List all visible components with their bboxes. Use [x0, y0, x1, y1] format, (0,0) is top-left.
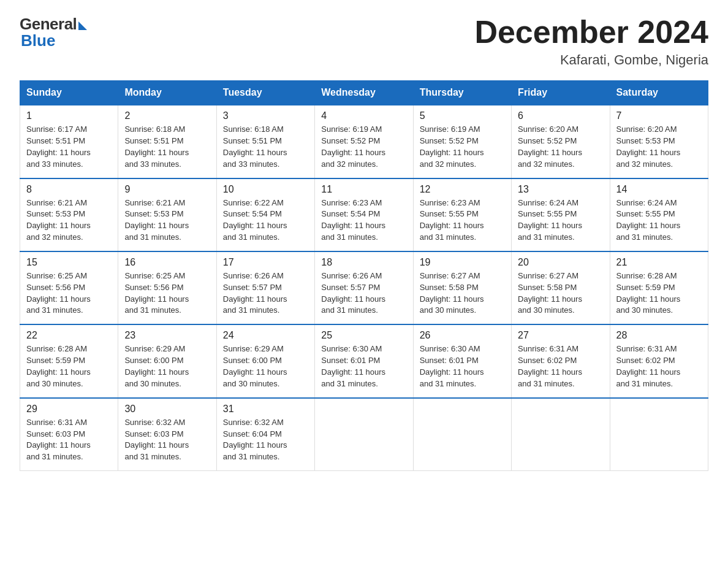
cell-info: Sunrise: 6:18 AM Sunset: 5:51 PM Dayligh…	[124, 124, 210, 170]
day-number: 18	[321, 257, 406, 268]
cell-info: Sunrise: 6:29 AM Sunset: 6:00 PM Dayligh…	[223, 343, 308, 389]
weekday-header-tuesday: Tuesday	[216, 81, 314, 105]
calendar-cell: 14 Sunrise: 6:24 AM Sunset: 5:55 PM Dayl…	[610, 178, 708, 251]
day-number: 27	[518, 330, 603, 341]
calendar-cell: 24 Sunrise: 6:29 AM Sunset: 6:00 PM Dayl…	[216, 324, 314, 397]
day-number: 22	[26, 330, 112, 341]
calendar-cell: 31 Sunrise: 6:32 AM Sunset: 6:04 PM Dayl…	[216, 398, 314, 471]
day-number: 15	[26, 257, 112, 268]
cell-info: Sunrise: 6:26 AM Sunset: 5:57 PM Dayligh…	[321, 270, 406, 316]
day-number: 28	[616, 330, 702, 341]
cell-info: Sunrise: 6:31 AM Sunset: 6:02 PM Dayligh…	[518, 343, 603, 389]
weekday-header-saturday: Saturday	[610, 81, 708, 105]
day-number: 25	[321, 330, 406, 341]
day-number: 6	[518, 110, 603, 121]
page-header: General Blue December 2024 Kafarati, Gom…	[20, 15, 708, 68]
cell-info: Sunrise: 6:31 AM Sunset: 6:03 PM Dayligh…	[26, 417, 112, 463]
location-title: Kafarati, Gombe, Nigeria	[474, 52, 708, 68]
day-number: 1	[26, 110, 112, 121]
cell-info: Sunrise: 6:28 AM Sunset: 5:59 PM Dayligh…	[26, 343, 112, 389]
calendar-cell: 20 Sunrise: 6:27 AM Sunset: 5:58 PM Dayl…	[512, 251, 610, 324]
logo-blue-text: Blue	[20, 31, 55, 50]
calendar-cell: 9 Sunrise: 6:21 AM Sunset: 5:53 PM Dayli…	[118, 178, 216, 251]
cell-info: Sunrise: 6:32 AM Sunset: 6:03 PM Dayligh…	[124, 417, 210, 463]
calendar-cell	[315, 398, 413, 471]
cell-info: Sunrise: 6:26 AM Sunset: 5:57 PM Dayligh…	[223, 270, 308, 316]
calendar-cell: 17 Sunrise: 6:26 AM Sunset: 5:57 PM Dayl…	[216, 251, 314, 324]
day-number: 31	[223, 404, 308, 415]
cell-info: Sunrise: 6:22 AM Sunset: 5:54 PM Dayligh…	[223, 197, 308, 243]
weekday-header-row: SundayMondayTuesdayWednesdayThursdayFrid…	[20, 81, 708, 105]
cell-info: Sunrise: 6:17 AM Sunset: 5:51 PM Dayligh…	[26, 124, 112, 170]
cell-info: Sunrise: 6:21 AM Sunset: 5:53 PM Dayligh…	[26, 197, 112, 243]
calendar-cell: 8 Sunrise: 6:21 AM Sunset: 5:53 PM Dayli…	[20, 178, 118, 251]
calendar-cell	[610, 398, 708, 471]
calendar-cell	[413, 398, 511, 471]
calendar-cell: 10 Sunrise: 6:22 AM Sunset: 5:54 PM Dayl…	[216, 178, 314, 251]
day-number: 8	[26, 184, 112, 195]
cell-info: Sunrise: 6:30 AM Sunset: 6:01 PM Dayligh…	[420, 343, 505, 389]
week-row-3: 15 Sunrise: 6:25 AM Sunset: 5:56 PM Dayl…	[20, 251, 708, 324]
week-row-2: 8 Sunrise: 6:21 AM Sunset: 5:53 PM Dayli…	[20, 178, 708, 251]
calendar-cell: 1 Sunrise: 6:17 AM Sunset: 5:51 PM Dayli…	[20, 105, 118, 178]
calendar-cell: 19 Sunrise: 6:27 AM Sunset: 5:58 PM Dayl…	[413, 251, 511, 324]
day-number: 5	[420, 110, 505, 121]
title-section: December 2024 Kafarati, Gombe, Nigeria	[474, 15, 708, 68]
day-number: 10	[223, 184, 308, 195]
day-number: 7	[616, 110, 702, 121]
day-number: 9	[124, 184, 210, 195]
day-number: 17	[223, 257, 308, 268]
day-number: 16	[124, 257, 210, 268]
day-number: 20	[518, 257, 603, 268]
calendar-cell: 18 Sunrise: 6:26 AM Sunset: 5:57 PM Dayl…	[315, 251, 413, 324]
calendar-cell: 2 Sunrise: 6:18 AM Sunset: 5:51 PM Dayli…	[118, 105, 216, 178]
calendar-cell: 29 Sunrise: 6:31 AM Sunset: 6:03 PM Dayl…	[20, 398, 118, 471]
weekday-header-wednesday: Wednesday	[315, 81, 413, 105]
logo-arrow-icon	[78, 21, 87, 30]
cell-info: Sunrise: 6:28 AM Sunset: 5:59 PM Dayligh…	[616, 270, 702, 316]
cell-info: Sunrise: 6:27 AM Sunset: 5:58 PM Dayligh…	[518, 270, 603, 316]
calendar-cell: 15 Sunrise: 6:25 AM Sunset: 5:56 PM Dayl…	[20, 251, 118, 324]
day-number: 11	[321, 184, 406, 195]
cell-info: Sunrise: 6:25 AM Sunset: 5:56 PM Dayligh…	[124, 270, 210, 316]
calendar-cell: 12 Sunrise: 6:23 AM Sunset: 5:55 PM Dayl…	[413, 178, 511, 251]
day-number: 19	[420, 257, 505, 268]
logo: General Blue	[20, 15, 87, 50]
cell-info: Sunrise: 6:21 AM Sunset: 5:53 PM Dayligh…	[124, 197, 210, 243]
calendar-cell: 27 Sunrise: 6:31 AM Sunset: 6:02 PM Dayl…	[512, 324, 610, 397]
day-number: 4	[321, 110, 406, 121]
cell-info: Sunrise: 6:24 AM Sunset: 5:55 PM Dayligh…	[616, 197, 702, 243]
cell-info: Sunrise: 6:20 AM Sunset: 5:52 PM Dayligh…	[518, 124, 603, 170]
weekday-header-friday: Friday	[512, 81, 610, 105]
cell-info: Sunrise: 6:20 AM Sunset: 5:53 PM Dayligh…	[616, 124, 702, 170]
day-number: 14	[616, 184, 702, 195]
week-row-4: 22 Sunrise: 6:28 AM Sunset: 5:59 PM Dayl…	[20, 324, 708, 397]
calendar-cell: 3 Sunrise: 6:18 AM Sunset: 5:51 PM Dayli…	[216, 105, 314, 178]
cell-info: Sunrise: 6:19 AM Sunset: 5:52 PM Dayligh…	[321, 124, 406, 170]
day-number: 2	[124, 110, 210, 121]
calendar-cell: 26 Sunrise: 6:30 AM Sunset: 6:01 PM Dayl…	[413, 324, 511, 397]
cell-info: Sunrise: 6:29 AM Sunset: 6:00 PM Dayligh…	[124, 343, 210, 389]
cell-info: Sunrise: 6:31 AM Sunset: 6:02 PM Dayligh…	[616, 343, 702, 389]
week-row-5: 29 Sunrise: 6:31 AM Sunset: 6:03 PM Dayl…	[20, 398, 708, 471]
day-number: 29	[26, 404, 112, 415]
day-number: 24	[223, 330, 308, 341]
cell-info: Sunrise: 6:24 AM Sunset: 5:55 PM Dayligh…	[518, 197, 603, 243]
cell-info: Sunrise: 6:27 AM Sunset: 5:58 PM Dayligh…	[420, 270, 505, 316]
day-number: 12	[420, 184, 505, 195]
calendar-cell: 16 Sunrise: 6:25 AM Sunset: 5:56 PM Dayl…	[118, 251, 216, 324]
calendar-cell: 6 Sunrise: 6:20 AM Sunset: 5:52 PM Dayli…	[512, 105, 610, 178]
day-number: 30	[124, 404, 210, 415]
cell-info: Sunrise: 6:32 AM Sunset: 6:04 PM Dayligh…	[223, 417, 308, 463]
cell-info: Sunrise: 6:25 AM Sunset: 5:56 PM Dayligh…	[26, 270, 112, 316]
day-number: 23	[124, 330, 210, 341]
week-row-1: 1 Sunrise: 6:17 AM Sunset: 5:51 PM Dayli…	[20, 105, 708, 178]
day-number: 21	[616, 257, 702, 268]
cell-info: Sunrise: 6:23 AM Sunset: 5:54 PM Dayligh…	[321, 197, 406, 243]
calendar-cell: 5 Sunrise: 6:19 AM Sunset: 5:52 PM Dayli…	[413, 105, 511, 178]
calendar-cell: 21 Sunrise: 6:28 AM Sunset: 5:59 PM Dayl…	[610, 251, 708, 324]
day-number: 26	[420, 330, 505, 341]
calendar-cell: 4 Sunrise: 6:19 AM Sunset: 5:52 PM Dayli…	[315, 105, 413, 178]
calendar-cell: 23 Sunrise: 6:29 AM Sunset: 6:00 PM Dayl…	[118, 324, 216, 397]
day-number: 13	[518, 184, 603, 195]
